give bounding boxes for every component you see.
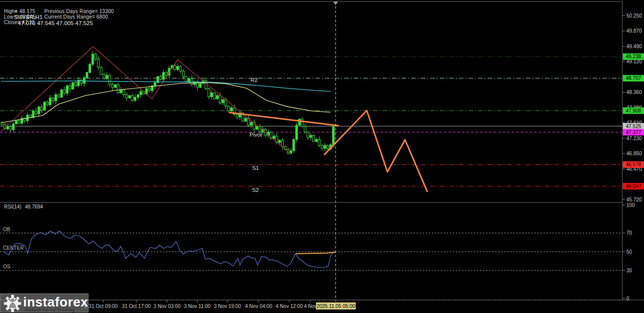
candle-body — [318, 139, 320, 145]
time-tick-label: 31 Oct 09:00 — [89, 303, 118, 309]
pivot-label-S1: S1 — [252, 165, 259, 171]
candle-body — [310, 135, 312, 137]
candle-body — [117, 84, 119, 92]
candle-body — [213, 93, 215, 99]
candle-body — [95, 54, 97, 59]
candle-body — [188, 78, 190, 81]
candle-body — [49, 98, 51, 105]
candle-body — [293, 139, 295, 151]
rsi-level-label-OS: OS — [3, 264, 11, 269]
candle-body — [273, 136, 275, 139]
price-tick-label: 49.490 — [626, 44, 642, 49]
candle-body — [230, 108, 232, 111]
rsi-indicator-label: RSI(14) 48.7694 — [4, 204, 43, 210]
candle-body — [100, 67, 102, 75]
candle-body — [123, 90, 125, 95]
price-tick-label: 48.360 — [626, 89, 642, 95]
candle-body — [154, 82, 156, 85]
candle-body — [7, 127, 9, 129]
price-level-label-R3: 49.238 — [626, 54, 641, 59]
candle-body — [38, 107, 40, 114]
candle-body — [74, 82, 76, 85]
candle-body — [10, 127, 12, 130]
candle-body — [128, 95, 130, 98]
price-level-label-price: 47.525 — [626, 124, 641, 129]
curr-days-range-label: Current Days Range= 6800 — [44, 14, 108, 20]
candle-body — [120, 90, 122, 93]
candle-body — [199, 83, 201, 87]
candle-body — [185, 76, 187, 82]
time-tick-label: 3 Nov 11:00 — [184, 303, 211, 309]
candle-body — [92, 54, 94, 64]
price-level-label-R2: 48.707 — [626, 75, 641, 81]
candle-body — [32, 111, 34, 118]
rsi-level-label-OB: OB — [3, 227, 11, 232]
candle-body — [140, 91, 142, 94]
candle-body — [103, 74, 105, 78]
candle-body — [137, 95, 139, 97]
chart-canvas[interactable]: R2PivotS1S2OBCENTEROS50.25049.87049.4904… — [0, 0, 644, 313]
candle-body — [131, 95, 133, 100]
candle-body — [58, 95, 60, 97]
time-tick-label: 4 Nov 12:00 — [276, 303, 303, 309]
pivot-label-S2: S2 — [252, 187, 259, 193]
rsi-tick-label: 100 — [626, 202, 635, 208]
price-level-label-R1: 47.908 — [626, 108, 641, 114]
candle-body — [174, 65, 176, 69]
time-tick-label: 3 Nov 03:00 — [153, 303, 181, 309]
time-tick-label: 4 Nov — [304, 303, 317, 309]
candle-body — [191, 78, 193, 84]
zigzag-line — [1, 46, 290, 153]
candle-body — [211, 93, 213, 97]
candle-body — [83, 78, 85, 83]
gear-icon — [3, 294, 23, 312]
candle-body — [333, 126, 335, 145]
candle-body — [15, 121, 17, 124]
candle-body — [236, 114, 238, 117]
price-level-label-S1: 46.578 — [626, 162, 641, 167]
candle-body — [80, 80, 83, 83]
candle-body — [60, 90, 62, 97]
candle-body — [13, 124, 15, 130]
forecast-projection[interactable] — [325, 111, 427, 191]
candle-body — [29, 115, 31, 118]
candle-body — [43, 102, 45, 110]
rsi-line — [4, 231, 336, 268]
candle-body — [177, 66, 179, 69]
candle-body — [216, 95, 218, 98]
candle-body — [312, 135, 314, 141]
candle-body — [321, 146, 323, 149]
candle-body — [163, 72, 165, 79]
candle-body — [298, 119, 300, 125]
high-label: High= 48.175 — [4, 9, 35, 14]
candle-body — [180, 66, 182, 71]
time-tick-label: 4 Nov 04:00 — [245, 303, 272, 309]
candle-body — [279, 140, 281, 143]
rsi-tick-label: 70 — [626, 230, 632, 236]
candle-body — [134, 97, 136, 100]
candle-body — [97, 59, 99, 67]
pivot-label-R2: R2 — [251, 77, 258, 83]
rsi-tick-label: 50 — [626, 249, 632, 255]
price-tick-label: 46.850 — [626, 151, 642, 156]
low-label: Low = 46.845 — [4, 14, 36, 20]
pivot-label-Pivot: Pivot — [250, 132, 262, 138]
time-tick-label: 31 Oct 17:00 — [122, 303, 151, 309]
logo-tagline: Instant Forex Trading — [25, 307, 75, 312]
price-tick-label: 45.720 — [626, 197, 642, 202]
candle-body — [41, 107, 43, 110]
rsi-tick-label: 30 — [626, 268, 632, 273]
candle-body — [69, 86, 71, 89]
candle-body — [148, 88, 150, 90]
candle-body — [227, 106, 229, 111]
candle-body — [256, 127, 258, 130]
candle-body — [327, 146, 329, 149]
trading-chart-window: R2PivotS1S2OBCENTEROS50.25049.87049.4904… — [0, 0, 644, 313]
rsi-value: 48.7694 — [25, 204, 43, 210]
prev-days-range-label: Previous Days Range= 13300 — [44, 9, 114, 14]
candle-body — [35, 111, 37, 114]
candle-body — [114, 84, 116, 87]
crosshair-top-marker-icon — [333, 2, 338, 5]
candle-body — [301, 119, 303, 127]
candle-body — [222, 99, 224, 102]
